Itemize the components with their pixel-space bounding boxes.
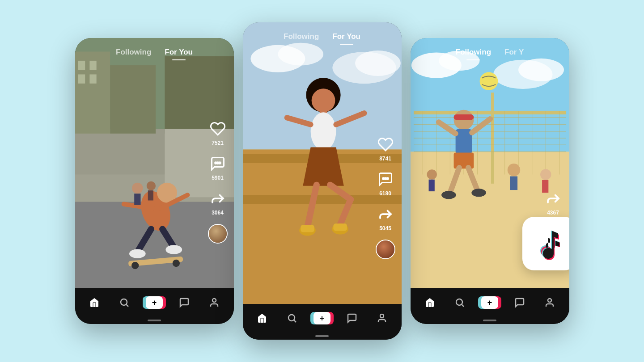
left-share-icon	[208, 189, 227, 208]
center-plus-icon: +	[314, 312, 330, 324]
center-profile-nav[interactable]	[367, 313, 397, 324]
left-avatar[interactable]	[208, 224, 228, 244]
left-like-icon	[208, 119, 227, 138]
left-plus-icon: +	[146, 296, 163, 309]
left-phone-following-tab[interactable]: Following	[116, 46, 151, 59]
left-inbox-nav[interactable]	[169, 297, 199, 308]
phone-center: Following For You 8741	[243, 22, 402, 340]
svg-point-61	[380, 314, 384, 318]
center-comment-action[interactable]: 6180	[376, 170, 395, 197]
center-avatar[interactable]	[376, 240, 395, 259]
phone-left-side-actions: 7521 5901 3064	[208, 119, 228, 244]
phone-left-bottom-nav: +	[75, 288, 234, 317]
svg-point-29	[219, 162, 220, 164]
right-share-count: 4367	[547, 210, 559, 216]
left-plus-nav[interactable]: +	[140, 296, 169, 309]
left-search-nav[interactable]	[110, 297, 140, 308]
right-scroll-dot	[483, 320, 496, 321]
svg-point-27	[215, 162, 216, 164]
svg-point-30	[121, 299, 127, 305]
left-avatar-image	[209, 225, 227, 243]
right-share-action[interactable]: 4367	[544, 189, 563, 216]
center-phone-foryou-tab[interactable]: For You	[332, 30, 360, 43]
center-like-action[interactable]: 8741	[376, 135, 395, 162]
left-home-nav[interactable]	[80, 297, 110, 308]
svg-point-32	[212, 299, 216, 302]
left-profile-nav[interactable]	[199, 297, 229, 308]
center-share-count: 5045	[379, 225, 391, 232]
svg-point-103	[456, 299, 462, 305]
center-plus-nav[interactable]: +	[307, 312, 337, 324]
center-share-action[interactable]: 5045	[376, 205, 395, 232]
tiktok-logo-svg	[531, 226, 567, 261]
svg-point-59	[288, 315, 295, 321]
right-phone-foryou-tab[interactable]: For Y	[504, 46, 524, 59]
svg-point-28	[217, 162, 218, 164]
left-like-action[interactable]: 7521	[208, 119, 227, 146]
svg-line-104	[462, 305, 464, 307]
left-share-action[interactable]: 3064	[208, 189, 227, 216]
right-profile-nav[interactable]	[535, 297, 565, 308]
center-like-icon	[376, 135, 395, 154]
phone-right-top-nav: Following For Y	[411, 38, 569, 63]
right-phone-following-tab[interactable]: Following	[456, 46, 491, 59]
center-avatar-image	[377, 240, 394, 258]
right-search-nav[interactable]	[445, 297, 475, 308]
center-comment-count: 6180	[379, 190, 391, 197]
center-home-nav[interactable]	[247, 313, 277, 324]
phone-right: Following For Y 4367	[411, 38, 569, 324]
left-comment-icon	[208, 154, 227, 173]
left-share-count: 3064	[212, 210, 224, 216]
center-phone-following-tab[interactable]: Following	[284, 30, 319, 43]
phone-left-top-nav: Following For You	[75, 38, 234, 63]
center-share-icon	[376, 205, 395, 223]
center-plus-button[interactable]: +	[313, 312, 331, 324]
svg-point-56	[383, 178, 384, 179]
right-plus-icon: +	[481, 296, 498, 309]
right-plus-button[interactable]: +	[480, 296, 499, 309]
right-share-icon	[544, 189, 563, 208]
tiktok-logo-overlay	[522, 217, 569, 270]
right-inbox-nav[interactable]	[505, 297, 535, 308]
svg-point-105	[548, 299, 551, 302]
phone-center-side-actions: 8741 6180 5045	[376, 135, 395, 259]
svg-line-60	[294, 320, 296, 322]
phone-center-bottom-nav: +	[243, 304, 402, 333]
phones-container: Following For You 7521	[75, 22, 569, 340]
phone-left-overlay: Following For You 7521	[75, 38, 234, 288]
left-scroll-indicator	[75, 317, 234, 324]
left-like-count: 7521	[212, 140, 224, 146]
left-phone-foryou-tab[interactable]: For You	[165, 46, 193, 59]
left-scroll-dot	[148, 320, 161, 321]
right-plus-nav[interactable]: +	[475, 296, 505, 309]
phone-right-bottom-nav: +	[411, 288, 569, 317]
left-plus-button[interactable]: +	[145, 296, 164, 309]
right-home-nav[interactable]	[415, 297, 445, 308]
phone-center-top-nav: Following For You	[243, 22, 402, 47]
phone-left-screen: Following For You 7521	[75, 38, 234, 288]
left-comment-count: 5901	[212, 175, 224, 181]
right-scroll-indicator	[411, 317, 569, 324]
phone-center-screen: Following For You 8741	[243, 22, 402, 304]
left-comment-action[interactable]: 5901	[208, 154, 227, 181]
phone-center-overlay: Following For You 8741	[243, 22, 402, 304]
center-like-count: 8741	[379, 156, 391, 162]
center-search-nav[interactable]	[277, 313, 307, 324]
center-inbox-nav[interactable]	[337, 313, 367, 324]
center-scroll-indicator	[243, 333, 402, 340]
svg-line-31	[127, 305, 128, 307]
svg-point-57	[385, 178, 386, 179]
svg-point-58	[387, 178, 388, 179]
center-scroll-dot	[315, 335, 329, 337]
center-comment-icon	[376, 170, 395, 189]
phone-left: Following For You 7521	[75, 38, 234, 324]
